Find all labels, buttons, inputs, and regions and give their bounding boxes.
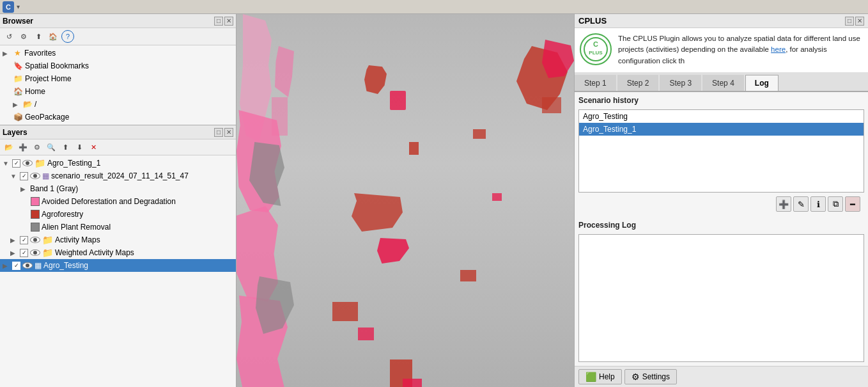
browser-maximize-btn[interactable]: □ bbox=[214, 17, 223, 26]
scenario-label: scenario_result_2024_07_11_14_51_47 bbox=[51, 171, 189, 180]
layers-add-layer-btn[interactable]: ➕ bbox=[17, 141, 29, 154]
scenario-copy-btn[interactable]: ⧉ bbox=[828, 196, 843, 212]
agrotesting-visibility-icon[interactable] bbox=[22, 262, 33, 269]
layers-filter-btn[interactable]: ⚙ bbox=[31, 141, 43, 154]
alien-plant-label: Alien Plant Removal bbox=[42, 223, 111, 232]
home-icon: 🏠 bbox=[13, 86, 23, 97]
layers-filter-map-btn[interactable]: 🔍 bbox=[45, 141, 58, 154]
browser-item-geopackage[interactable]: 📦 GeoPackage bbox=[0, 111, 236, 123]
svg-text:PLUS: PLUS bbox=[589, 50, 603, 56]
layers-header: Layers □ ✕ bbox=[0, 125, 236, 139]
browser-refresh-btn[interactable]: ↺ bbox=[3, 30, 15, 43]
expand-favorites-icon: ▶ bbox=[3, 50, 10, 57]
layers-move-up-btn[interactable]: ⬆ bbox=[59, 141, 72, 154]
app-menu-arrow[interactable]: ▾ bbox=[17, 3, 20, 10]
agrotesting-label: Agro_Testing bbox=[43, 261, 88, 270]
browser-filter-btn[interactable]: ⚙ bbox=[17, 30, 30, 43]
browser-home-btn[interactable]: 🏠 bbox=[47, 30, 59, 43]
cplus-logo-inner: C PLUS bbox=[583, 36, 608, 62]
browser-item-project-home[interactable]: 📁 Project Home bbox=[0, 72, 236, 85]
svg-text:C: C bbox=[593, 40, 598, 48]
layer-avoided-def[interactable]: Avoided Deforestation and Degradation bbox=[0, 195, 236, 208]
layer-scenario-result[interactable]: ▼ ▦ scenario_result_2024_07_11_14_51_47 bbox=[0, 170, 236, 182]
browser-controls: □ ✕ bbox=[214, 17, 233, 26]
cplus-maximize-btn[interactable]: □ bbox=[845, 17, 854, 26]
app-icon: C bbox=[3, 1, 14, 13]
browser-item-bookmarks[interactable]: 🔖 Spatial Bookmarks bbox=[0, 59, 236, 72]
agro1-visibility-icon[interactable] bbox=[22, 160, 33, 166]
tab-step3[interactable]: Step 3 bbox=[660, 75, 701, 91]
geopackage-label: GeoPackage bbox=[25, 113, 69, 122]
agro1-checkbox[interactable] bbox=[12, 159, 20, 168]
tab-step2[interactable]: Step 2 bbox=[617, 75, 659, 91]
browser-tree: ▶ ★ Favorites 🔖 Spatial Bookmarks 📁 Proj… bbox=[0, 45, 236, 125]
layers-remove-btn[interactable]: ✕ bbox=[87, 141, 100, 154]
alien-plant-color bbox=[31, 223, 40, 232]
settings-icon: ⚙ bbox=[632, 372, 640, 382]
scenario-list[interactable]: Agro_Testing Agro_Testing_1 bbox=[578, 109, 864, 193]
browser-item-root[interactable]: ▶ 📂 / bbox=[0, 98, 236, 111]
tab-step4[interactable]: Step 4 bbox=[702, 75, 744, 91]
cplus-controls: □ ✕ bbox=[845, 17, 864, 26]
scenario-info-btn[interactable]: ℹ bbox=[810, 196, 826, 212]
layers-open-layer-btn[interactable]: 📂 bbox=[3, 141, 15, 154]
activity-visibility-icon[interactable] bbox=[30, 237, 40, 243]
root-icon: 📂 bbox=[22, 99, 33, 109]
browser-close-btn[interactable]: ✕ bbox=[224, 17, 233, 26]
cplus-intro: C PLUS The CPLUS Plugin allows you to an… bbox=[575, 28, 868, 73]
home-label: Home bbox=[25, 87, 45, 96]
browser-item-home[interactable]: 🏠 Home bbox=[0, 85, 236, 98]
help-button[interactable]: 🟩 Help bbox=[578, 369, 622, 384]
activity-checkbox[interactable] bbox=[20, 236, 28, 244]
browser-collapse-btn[interactable]: ⬆ bbox=[32, 30, 45, 43]
expand-root-icon: ▶ bbox=[13, 101, 20, 108]
scenario-item-agro-testing[interactable]: Agro_Testing bbox=[579, 110, 864, 123]
scenario-item-agro-testing-1[interactable]: Agro_Testing_1 bbox=[579, 123, 864, 136]
weighted-visibility-icon[interactable] bbox=[30, 249, 40, 256]
layers-maximize-btn[interactable]: □ bbox=[214, 128, 223, 137]
scenario-checkbox[interactable] bbox=[20, 172, 28, 180]
weighted-checkbox[interactable] bbox=[20, 249, 28, 257]
layer-band1-gray[interactable]: ▶ Band 1 (Gray) bbox=[0, 182, 236, 195]
bookmarks-icon: 🔖 bbox=[13, 61, 23, 71]
agrotesting-checkbox[interactable] bbox=[12, 262, 20, 270]
browser-help-btn[interactable]: ? bbox=[61, 30, 74, 43]
avoided-def-color bbox=[31, 197, 40, 206]
scenario-raster-icon: ▦ bbox=[42, 171, 49, 180]
scenario-history-label: Scenario history bbox=[578, 96, 864, 105]
layers-move-down-btn[interactable]: ⬇ bbox=[73, 141, 86, 154]
cplus-here-link[interactable]: here bbox=[771, 45, 786, 53]
layer-activity-maps[interactable]: ▶ 📁 Activity Maps bbox=[0, 233, 236, 246]
settings-button[interactable]: ⚙ Settings bbox=[624, 369, 677, 384]
layers-toolbar: 📂 ➕ ⚙ 🔍 ⬆ ⬇ ✕ bbox=[0, 139, 236, 155]
layer-tree: ▼ 📁 Agro_Testing_1 ▼ ▦ scenario_result_2… bbox=[0, 155, 236, 387]
layer-alien-plant[interactable]: Alien Plant Removal bbox=[0, 221, 236, 233]
map-area[interactable] bbox=[236, 14, 574, 387]
layer-agro-testing-1[interactable]: ▼ 📁 Agro_Testing_1 bbox=[0, 157, 236, 170]
tab-log[interactable]: Log bbox=[745, 75, 779, 91]
activity-group-icon: 📁 bbox=[42, 235, 53, 245]
scenario-visibility-icon[interactable] bbox=[30, 173, 40, 179]
layer-agro-testing[interactable]: ▶ ▦ Agro_Testing bbox=[0, 259, 236, 272]
layer-agroforestry[interactable]: Agroforestry bbox=[0, 208, 236, 221]
expand-scenario-icon: ▼ bbox=[10, 173, 18, 180]
main-layout: Browser □ ✕ ↺ ⚙ ⬆ 🏠 ? ▶ ★ Favorites bbox=[0, 14, 868, 387]
root-label: / bbox=[35, 100, 36, 109]
tab-step1[interactable]: Step 1 bbox=[575, 75, 616, 91]
expand-weighted-icon: ▶ bbox=[10, 249, 18, 257]
cplus-logo-svg: C PLUS bbox=[583, 36, 608, 62]
processing-log-area[interactable] bbox=[578, 234, 864, 362]
activity-label: Activity Maps bbox=[55, 235, 100, 244]
cplus-close-btn[interactable]: ✕ bbox=[855, 17, 864, 26]
scenario-edit-btn[interactable]: ✎ bbox=[793, 196, 809, 212]
browser-item-favorites[interactable]: ▶ ★ Favorites bbox=[0, 47, 236, 59]
layers-close-btn[interactable]: ✕ bbox=[224, 128, 233, 137]
geopackage-icon: 📦 bbox=[13, 112, 23, 122]
layer-weighted-maps[interactable]: ▶ 📁 Weighted Activity Maps bbox=[0, 246, 236, 259]
scenario-add-btn[interactable]: ➕ bbox=[776, 196, 791, 212]
scenario-delete-btn[interactable]: ━ bbox=[845, 196, 860, 212]
cplus-footer: 🟩 Help ⚙ Settings bbox=[575, 366, 868, 387]
expand-activity-icon: ▶ bbox=[10, 237, 18, 244]
help-icon: 🟩 bbox=[585, 372, 596, 382]
favorites-label: Favorites bbox=[24, 49, 56, 58]
